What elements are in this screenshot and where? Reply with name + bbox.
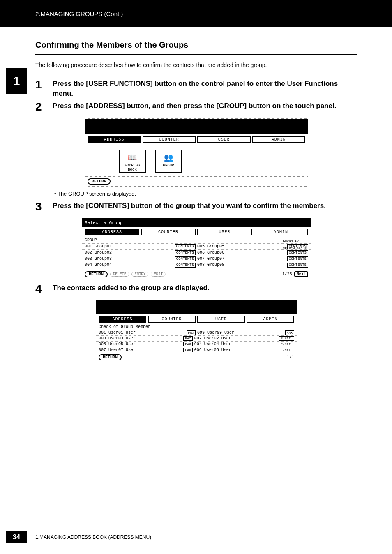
group-id: 002 [85, 250, 93, 255]
entry-button: ENTRY [131, 272, 148, 277]
group-id: 004 [85, 263, 93, 267]
step-4-number: 4 [35, 283, 53, 295]
address-book-button[interactable]: 📖 ADDRESS BOOK [119, 150, 146, 173]
step-2-text: Press the [ADDRESS] button, and then pre… [53, 101, 336, 113]
step-1-number: 1 [35, 79, 53, 99]
edit-button: EDIT [151, 272, 166, 277]
footer-text: 1.MANAGING ADDRESS BOOK (ADDRESS MENU) [35, 534, 151, 540]
group-row: 004 Group04 CONTENTS 008 Group08 CONTENT… [82, 262, 311, 268]
member-id: 006 [194, 348, 203, 352]
screen1-tabrow: ADDRESS COUNTER USER ADMIN [85, 134, 308, 145]
step-2-number: 2 [35, 101, 53, 113]
group-name[interactable]: Group03 [95, 256, 173, 261]
screen2-subhead: GROUP [82, 237, 311, 243]
return-button[interactable]: RETURN [99, 354, 122, 360]
tab-address[interactable]: ADDRESS [88, 136, 141, 143]
step-3: 3 Press the [CONTENTS] button of the gro… [35, 201, 357, 212]
member-row: 003 User03 User FAX 002 User02 User E-MA… [96, 336, 297, 342]
group-name[interactable]: Group04 [95, 263, 173, 267]
tab-address[interactable]: ADDRESS [85, 229, 139, 235]
member-id: 099 [197, 330, 205, 335]
member-name: User01 User [108, 330, 185, 335]
section-title: Confirming the Members of the Groups [35, 40, 357, 50]
step-1: 1 Press the [USER FUNCTIONS] button on t… [35, 79, 357, 99]
contents-button[interactable]: CONTENTS [287, 256, 308, 261]
type-tag: FAX [187, 330, 196, 335]
group-name[interactable]: Group01 [95, 244, 173, 249]
group-name[interactable]: Group06 [207, 250, 286, 255]
page-number: 34 [6, 531, 27, 543]
step-4-text: The contacts added to the group are disp… [53, 283, 210, 295]
screen1-black-bar [85, 119, 308, 134]
tab-user[interactable]: USER [197, 229, 252, 235]
tab-counter[interactable]: COUNTER [143, 136, 196, 143]
known-id-button[interactable]: KNOWN ID [281, 238, 308, 243]
screen2-title: Select a Group [82, 219, 311, 227]
return-button[interactable]: RETURN [85, 271, 108, 277]
tab-counter[interactable]: COUNTER [141, 229, 196, 235]
member-name: User06 User [204, 348, 277, 352]
section-rule [35, 54, 357, 55]
type-tag: E-MAIL [279, 342, 294, 346]
member-row: 005 User05 User FAX 004 User04 User E-MA… [96, 342, 297, 347]
group-name[interactable]: Group02 [95, 250, 173, 255]
delete-button: DELETE [110, 272, 129, 277]
tab-admin[interactable]: ADMIN [247, 316, 294, 323]
intro-text: The following procedure describes how to… [35, 62, 357, 68]
tab-address[interactable]: ADDRESS [99, 316, 146, 323]
chapter-tab-label: 1 [13, 74, 20, 88]
type-tag: FAX [285, 330, 294, 335]
next-button[interactable]: Next [294, 271, 308, 277]
type-tag: E-MAIL [279, 348, 294, 352]
group-row: 002 Group02 CONTENTS 006 Group06 CONTENT… [82, 249, 311, 256]
type-tag: E-MAIL [279, 336, 294, 341]
group-id: 005 [197, 244, 205, 249]
member-name: User05 User [108, 342, 182, 346]
group-name[interactable]: Group08 [207, 263, 286, 267]
tab-counter[interactable]: COUNTER [148, 316, 196, 323]
step-2-note: • The GROUP screen is displayed. [54, 191, 357, 197]
step-2-note-text: The GROUP screen is displayed. [58, 191, 136, 197]
member-name: User99 User [207, 330, 284, 335]
tab-user[interactable]: USER [197, 316, 245, 323]
member-id: 007 [99, 348, 107, 352]
contents-button[interactable]: CONTENTS [175, 244, 196, 249]
member-id: 005 [99, 342, 107, 346]
member-row: 007 User07 User FAX 006 User06 User E-MA… [96, 347, 297, 353]
search-group-button[interactable]: SEARCH GROUP [281, 246, 308, 251]
header-band: 2.MANAGING GROUPS (Cont.) [0, 0, 392, 27]
tab-user[interactable]: USER [197, 136, 251, 143]
member-id: 004 [194, 342, 203, 346]
member-name: User03 User [108, 336, 182, 341]
address-book-icon: 📖 [120, 151, 145, 164]
step-3-number: 3 [35, 201, 53, 212]
group-row: 001 Group01 CONTENTS 005 Group05 CONTENT… [82, 243, 311, 249]
group-id: 007 [197, 256, 205, 261]
member-name: User04 User [204, 342, 277, 346]
return-button[interactable]: RETURN [88, 178, 111, 185]
tab-admin[interactable]: ADMIN [254, 229, 308, 235]
contents-button[interactable]: CONTENTS [175, 263, 196, 268]
member-id: 001 [99, 330, 107, 335]
group-row: 003 Group03 CONTENTS 007 Group07 CONTENT… [82, 256, 311, 262]
group-id: 001 [85, 244, 93, 249]
group-button[interactable]: 👥 GROUP [155, 150, 182, 173]
tab-admin[interactable]: ADMIN [252, 136, 306, 143]
chapter-tab: 1 [6, 68, 27, 94]
contents-button[interactable]: CONTENTS [175, 256, 196, 261]
group-id: 006 [197, 250, 205, 255]
member-name: User02 User [204, 336, 277, 341]
member-id: 002 [194, 336, 203, 341]
type-tag: FAX [183, 336, 192, 341]
group-id: 008 [197, 263, 205, 267]
pager-text: 1/1 [287, 355, 294, 360]
address-book-label: ADDRESS BOOK [120, 164, 145, 172]
group-name[interactable]: Group05 [207, 244, 286, 249]
contents-button[interactable]: CONTENTS [175, 250, 196, 255]
screenshot-select-group: Select a Group ADDRESS COUNTER USER ADMI… [82, 218, 311, 279]
pager-text: 1/25 [282, 272, 292, 277]
contents-button[interactable]: CONTENTS [287, 263, 308, 268]
type-tag: FAX [183, 348, 192, 352]
step-3-text: Press the [CONTENTS] button of the group… [53, 201, 326, 212]
group-name[interactable]: Group07 [207, 256, 286, 261]
